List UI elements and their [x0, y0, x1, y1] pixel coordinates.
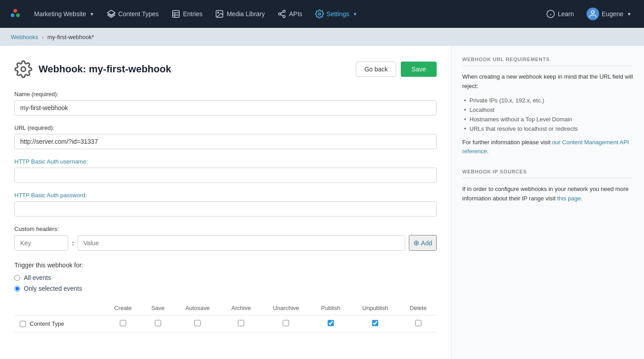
ip-sources-text: If in order to configure webhooks in you…	[462, 185, 633, 204]
col-save: Save	[142, 301, 174, 315]
breadcrumb-separator: ›	[42, 34, 44, 40]
selected-events-option[interactable]: Only selected events	[14, 285, 437, 292]
events-table-header: Create Save Autosave Archive Unarchive P…	[14, 301, 437, 315]
nav-item-apis[interactable]: APIs	[272, 6, 308, 22]
svg-point-16	[318, 13, 320, 15]
header-colon: :	[72, 239, 74, 247]
http-username-input[interactable]	[14, 168, 437, 183]
main-content: Webhook: my-first-webhook Go back Save N…	[0, 46, 451, 359]
header-actions: Go back Save	[356, 62, 437, 77]
app-caret-icon: ▼	[90, 12, 94, 17]
header-key-input[interactable]	[14, 235, 68, 251]
nav-app-name[interactable]: Marketing Website ▼	[29, 7, 100, 21]
webhook-gear-icon	[14, 60, 32, 78]
col-unpublish: Unpublish	[350, 301, 399, 315]
svg-point-1	[13, 9, 17, 13]
col-delete: Delete	[400, 301, 437, 315]
svg-point-20	[591, 11, 594, 14]
main-layout: Webhook: my-first-webhook Go back Save N…	[0, 46, 644, 359]
checkbox-unpublish-content-type[interactable]	[372, 320, 378, 326]
nav-user[interactable]: Eugene ▼	[581, 4, 637, 24]
name-field-section: Name (required):	[14, 91, 437, 115]
url-requirements-list: Private IPs (10.x, 192.x, etc.) Localhos…	[462, 96, 633, 133]
cell-unpublish	[350, 315, 399, 332]
all-events-option[interactable]: All events	[14, 274, 437, 281]
checkbox-delete-content-type[interactable]	[415, 320, 421, 326]
checkbox-save-content-type[interactable]	[155, 320, 161, 326]
cell-unarchive	[261, 315, 311, 332]
checkbox-create-content-type[interactable]	[120, 320, 126, 326]
breadcrumb: Webhooks › my-first-webhook*	[0, 28, 644, 46]
cell-archive	[221, 315, 261, 332]
header-value-input[interactable]	[78, 235, 405, 251]
nav-item-media-library[interactable]: Media Library	[210, 6, 270, 22]
list-item: Private IPs (10.x, 192.x, etc.)	[462, 96, 633, 105]
list-item: URLs that resolve to localhost or redire…	[462, 124, 633, 133]
custom-headers-label: Custom headers:	[14, 226, 437, 232]
go-back-button[interactable]: Go back	[356, 62, 396, 77]
entries-icon	[171, 9, 180, 18]
layers-icon	[107, 9, 116, 18]
nav-item-entries[interactable]: Entries	[166, 6, 208, 22]
sidebar-panel: WEBHOOK URL REQUIREMENTS When creating a…	[451, 46, 644, 359]
header-row: Create Save Autosave Archive Unarchive P…	[14, 301, 437, 315]
nav-item-content-types[interactable]: Content Types	[101, 6, 164, 22]
add-header-button[interactable]: ⊕ Add	[409, 235, 437, 251]
col-autosave: Autosave	[174, 301, 221, 315]
row-name-content-type: Content Type	[14, 315, 104, 332]
breadcrumb-current: my-first-webhook*	[48, 34, 94, 40]
table-row: Content Type	[14, 315, 437, 332]
selected-events-radio[interactable]	[14, 286, 20, 292]
name-input[interactable]	[14, 100, 437, 115]
page-title-group: Webhook: my-first-webhook	[14, 60, 171, 78]
url-requirements-title: WEBHOOK URL REQUIREMENTS	[462, 57, 633, 66]
http-password-section: HTTP Basic Auth password:	[14, 192, 437, 217]
list-item: Hostnames without a Top Level Domain	[462, 115, 633, 124]
nav-learn[interactable]: Learn	[541, 6, 579, 22]
http-username-label: HTTP Basic Auth username:	[14, 158, 437, 165]
svg-point-21	[21, 67, 26, 71]
url-input[interactable]	[14, 134, 437, 149]
cell-autosave	[174, 315, 221, 332]
url-label: URL (required):	[14, 124, 437, 131]
checkbox-publish-content-type[interactable]	[328, 320, 334, 326]
save-button[interactable]: Save	[401, 62, 437, 77]
custom-headers-section: Custom headers: : ⊕ Add	[14, 226, 437, 251]
all-events-radio[interactable]	[14, 275, 20, 281]
row-select-content-type[interactable]	[20, 321, 26, 327]
svg-point-0	[8, 6, 22, 21]
checkbox-autosave-content-type[interactable]	[194, 320, 201, 326]
name-label: Name (required):	[14, 91, 437, 98]
ip-sources-title: WEBHOOK IP SOURCES	[462, 169, 633, 178]
checkbox-archive-content-type[interactable]	[238, 320, 244, 326]
http-password-label: HTTP Basic Auth password:	[14, 192, 437, 199]
url-field-section: URL (required):	[14, 124, 437, 149]
cell-save	[142, 315, 174, 332]
top-navigation: Marketing Website ▼ Content Types Entrie…	[0, 0, 644, 28]
trigger-label: Trigger this webhook for:	[14, 261, 437, 269]
app-logo[interactable]	[7, 5, 23, 23]
svg-rect-5	[172, 11, 179, 18]
breadcrumb-parent[interactable]: Webhooks	[11, 34, 38, 40]
user-caret-icon: ▼	[627, 12, 631, 17]
svg-point-10	[218, 12, 219, 13]
plus-icon: ⊕	[413, 239, 419, 247]
col-name	[14, 301, 104, 315]
page-title: Webhook: my-first-webhook	[39, 63, 171, 75]
custom-headers-row: : ⊕ Add	[14, 235, 437, 251]
page-header: Webhook: my-first-webhook Go back Save	[14, 60, 437, 78]
svg-point-12	[279, 13, 281, 15]
checkbox-unarchive-content-type[interactable]	[283, 320, 289, 326]
avatar	[587, 8, 599, 20]
trigger-section: Trigger this webhook for: All events Onl…	[14, 261, 437, 332]
url-requirements-intro: When creating a new webhook keep in mind…	[462, 72, 633, 91]
apis-icon	[277, 9, 286, 18]
cell-publish	[311, 315, 350, 332]
http-password-input[interactable]	[14, 201, 437, 217]
svg-line-15	[280, 12, 283, 13]
settings-caret-icon: ▼	[353, 12, 357, 17]
media-icon	[215, 9, 224, 18]
nav-item-settings[interactable]: Settings ▼	[310, 6, 363, 22]
url-requirements-footer: For further information please visit our…	[462, 138, 633, 157]
this-page-link[interactable]: this page	[557, 195, 581, 202]
